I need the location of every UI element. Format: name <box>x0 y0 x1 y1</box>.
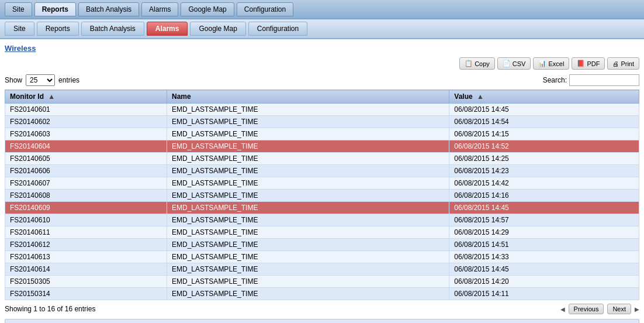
excel-label: Excel <box>548 60 564 67</box>
cell-value: 06/08/2015 14:20 <box>449 276 639 288</box>
cell-id: FS20140603 <box>5 128 167 140</box>
table-row: FS20140607EMD_LASTSAMPLE_TIME06/08/2015 … <box>5 177 639 190</box>
top-nav-tab-reports[interactable]: Reports <box>34 2 76 16</box>
cell-value: 06/08/2015 14:45 <box>449 263 639 276</box>
table-row: FS20140609EMD_LASTSAMPLE_TIME06/08/2015 … <box>5 202 639 214</box>
col-monitor-id[interactable]: Monitor Id ▲ <box>5 90 167 104</box>
table-row: FS20140604EMD_LASTSAMPLE_TIME06/08/2015 … <box>5 140 639 153</box>
cell-name: EMD_LASTSAMPLE_TIME <box>167 214 449 226</box>
cell-name: EMD_LASTSAMPLE_TIME <box>167 104 449 116</box>
cell-id: FS20140614 <box>5 263 167 276</box>
export-buttons: 📋Copy📄CSV📊Excel📕PDF🖨Print <box>5 57 639 70</box>
cell-name: EMD_LASTSAMPLE_TIME <box>167 177 449 190</box>
cell-id: FS20140605 <box>5 153 167 165</box>
top-nav: SiteReportsBatch AnalysisAlarmsGoogle Ma… <box>0 0 644 19</box>
cell-value: 06/08/2015 14:42 <box>449 177 639 190</box>
cell-name: EMD_LASTSAMPLE_TIME <box>167 263 449 276</box>
cell-id: FS20140612 <box>5 239 167 251</box>
sort-arrow-monitor-id: ▲ <box>48 92 55 101</box>
top-nav-tab-configuration[interactable]: Configuration <box>237 2 293 16</box>
cell-value: 06/08/2015 14:29 <box>449 226 639 239</box>
col-name[interactable]: Name <box>167 90 449 104</box>
print-icon: 🖨 <box>612 60 619 67</box>
cell-name: EMD_LASTSAMPLE_TIME <box>167 226 449 239</box>
cell-name: EMD_LASTSAMPLE_TIME <box>167 153 449 165</box>
second-nav-tab-alarms[interactable]: Alarms <box>147 22 188 36</box>
cell-value: 06/08/2015 14:23 <box>449 165 639 177</box>
second-nav-tab-reports[interactable]: Reports <box>37 22 79 36</box>
table-row: FS20140613EMD_LASTSAMPLE_TIME06/08/2015 … <box>5 251 639 263</box>
cell-name: EMD_LASTSAMPLE_TIME <box>167 128 449 140</box>
csv-button[interactable]: 📄CSV <box>497 57 531 70</box>
cell-name: EMD_LASTSAMPLE_TIME <box>167 288 449 300</box>
toolbar: Show 25 10 50 100 entries Search: <box>5 74 639 86</box>
cell-value: 06/08/2015 14:57 <box>449 214 639 226</box>
top-nav-tab-site[interactable]: Site <box>5 2 32 16</box>
search-input[interactable] <box>569 74 639 86</box>
entries-label: entries <box>58 76 79 84</box>
top-nav-tab-google-map[interactable]: Google Map <box>181 2 234 16</box>
show-label: Show <box>5 76 22 84</box>
top-nav-tab-alarms[interactable]: Alarms <box>141 2 178 16</box>
copy-button[interactable]: 📋Copy <box>459 57 495 70</box>
previous-button[interactable]: Previous <box>569 304 604 314</box>
pagination: ◀ Previous Next ▶ <box>560 304 639 314</box>
copy-label: Copy <box>475 60 490 67</box>
table-footer: Showing 1 to 16 of 16 entries ◀ Previous… <box>5 304 639 314</box>
pdf-icon: 📕 <box>577 60 585 67</box>
copy-icon: 📋 <box>465 60 473 67</box>
collapsible-header-site-alarms[interactable]: Site Alarms <box>5 319 639 323</box>
cell-value: 06/08/2015 14:33 <box>449 251 639 263</box>
next-button[interactable]: Next <box>607 304 631 314</box>
pdf-label: PDF <box>587 60 600 67</box>
cell-id: FS20140608 <box>5 190 167 202</box>
show-entries-select[interactable]: 25 10 50 100 <box>26 74 55 86</box>
table-body: FS20140601EMD_LASTSAMPLE_TIME06/08/2015 … <box>5 104 639 300</box>
cell-value: 06/08/2015 14:15 <box>449 128 639 140</box>
cell-id: FS20140611 <box>5 226 167 239</box>
table-row: FS20140603EMD_LASTSAMPLE_TIME06/08/2015 … <box>5 128 639 140</box>
cell-id: FS20150305 <box>5 276 167 288</box>
table-row: FS20140611EMD_LASTSAMPLE_TIME06/08/2015 … <box>5 226 639 239</box>
col-value[interactable]: Value ▲ <box>449 90 639 104</box>
top-nav-tab-batch-analysis[interactable]: Batch Analysis <box>78 2 139 16</box>
cell-name: EMD_LASTSAMPLE_TIME <box>167 116 449 128</box>
cell-id: FS20140604 <box>5 140 167 153</box>
collapsible-container: Site AlarmsMonitor Alarms <box>5 319 639 323</box>
print-button[interactable]: 🖨Print <box>607 57 639 70</box>
cell-name: EMD_LASTSAMPLE_TIME <box>167 140 449 153</box>
second-nav-tab-batch-analysis[interactable]: Batch Analysis <box>81 22 144 36</box>
second-nav-tab-configuration[interactable]: Configuration <box>248 22 307 36</box>
second-nav-tab-site[interactable]: Site <box>5 22 34 36</box>
second-nav-tab-google-map[interactable]: Google Map <box>190 22 245 36</box>
table-row: FS20140602EMD_LASTSAMPLE_TIME06/08/2015 … <box>5 116 639 128</box>
toolbar-left: Show 25 10 50 100 entries <box>5 74 79 86</box>
cell-value: 06/08/2015 14:25 <box>449 153 639 165</box>
cell-value: 06/08/2015 14:45 <box>449 202 639 214</box>
section-title[interactable]: Wireless <box>5 44 639 53</box>
cell-name: EMD_LASTSAMPLE_TIME <box>167 165 449 177</box>
cell-id: FS20140609 <box>5 202 167 214</box>
main-content: Wireless 📋Copy📄CSV📊Excel📕PDF🖨Print Show … <box>0 39 644 323</box>
sort-arrow-value: ▲ <box>477 92 484 101</box>
table-row: FS20140614EMD_LASTSAMPLE_TIME06/08/2015 … <box>5 263 639 276</box>
excel-icon: 📊 <box>538 60 546 67</box>
cell-name: EMD_LASTSAMPLE_TIME <box>167 276 449 288</box>
toolbar-right: Search: <box>543 74 639 86</box>
cell-id: FS20140606 <box>5 165 167 177</box>
table-row: FS20140608EMD_LASTSAMPLE_TIME06/08/2015 … <box>5 190 639 202</box>
table-row: FS20140612EMD_LASTSAMPLE_TIME06/08/2015 … <box>5 239 639 251</box>
cell-value: 06/08/2015 14:52 <box>449 140 639 153</box>
excel-button[interactable]: 📊Excel <box>533 57 569 70</box>
cell-id: FS20140613 <box>5 251 167 263</box>
search-label: Search: <box>543 76 567 84</box>
cell-value: 06/08/2015 14:16 <box>449 190 639 202</box>
cell-name: EMD_LASTSAMPLE_TIME <box>167 251 449 263</box>
csv-icon: 📄 <box>503 60 511 67</box>
cell-name: EMD_LASTSAMPLE_TIME <box>167 239 449 251</box>
cell-id: FS20140601 <box>5 104 167 116</box>
pdf-button[interactable]: 📕PDF <box>572 57 605 70</box>
prev-arrow-icon: ◀ <box>560 306 565 312</box>
data-table: Monitor Id ▲ Name Value ▲ FS20140601EMD_… <box>5 90 639 300</box>
print-label: Print <box>621 60 634 67</box>
